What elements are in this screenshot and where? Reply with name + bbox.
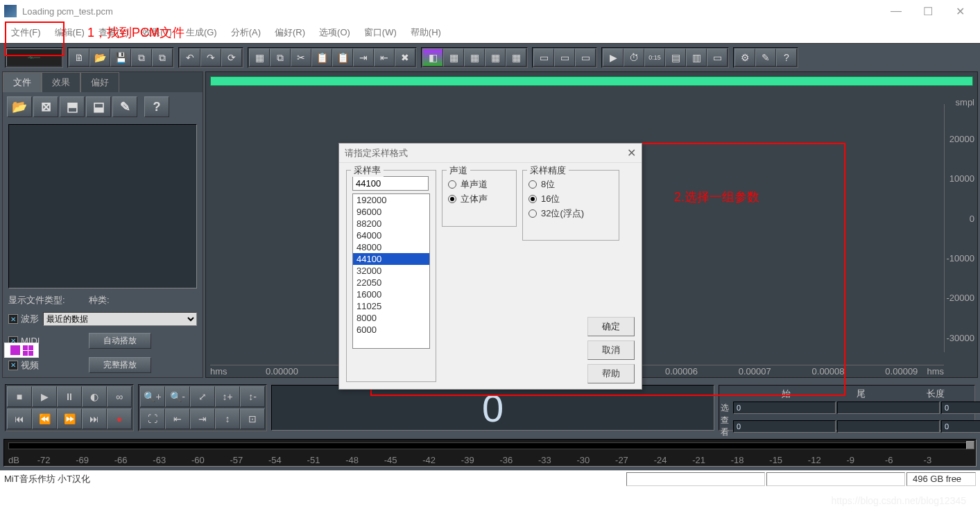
menu-generate[interactable]: 生成(G) bbox=[179, 24, 224, 42]
floating-widget[interactable] bbox=[4, 343, 39, 358]
zoom-sel-icon[interactable]: ⤢ bbox=[190, 386, 215, 407]
zoom-out-v-icon[interactable]: ↕- bbox=[240, 386, 265, 407]
radio-mono[interactable]: 单声道 bbox=[448, 178, 510, 191]
paste-icon[interactable]: 📋 bbox=[311, 49, 332, 67]
rate-option[interactable]: 96000 bbox=[353, 206, 429, 218]
waveform-thumb-icon[interactable] bbox=[6, 49, 62, 67]
radio-32bit[interactable]: 32位(浮点) bbox=[528, 207, 613, 220]
grid2-icon[interactable]: ▦ bbox=[464, 49, 485, 67]
maximize-button[interactable]: ☐ bbox=[912, 1, 944, 21]
window-icon[interactable]: ▭ bbox=[707, 49, 728, 67]
menu-options[interactable]: 选项(O) bbox=[312, 24, 357, 42]
zoom-reset-icon[interactable]: ⊡ bbox=[240, 408, 265, 429]
menu-prefs[interactable]: 偏好(R) bbox=[268, 24, 312, 42]
zoom-in-v-icon[interactable]: ↕+ bbox=[215, 386, 240, 407]
loop-button[interactable]: ∞ bbox=[107, 386, 132, 407]
view-end-input[interactable] bbox=[837, 420, 940, 433]
help-button[interactable]: 帮助 bbox=[587, 364, 635, 383]
save-multi-icon[interactable]: ⧉ bbox=[131, 49, 152, 67]
overview-bar[interactable] bbox=[210, 76, 973, 86]
view2-icon[interactable]: ▭ bbox=[554, 49, 575, 67]
rate-option[interactable]: 192000 bbox=[353, 194, 429, 206]
delete-icon[interactable]: ✖ bbox=[395, 49, 415, 67]
forward-button[interactable]: ⏩ bbox=[57, 408, 82, 429]
sample-rate-input[interactable] bbox=[352, 176, 429, 191]
grid3-icon[interactable]: ▦ bbox=[485, 49, 506, 67]
properties-icon[interactable]: ▦ bbox=[249, 49, 270, 67]
menu-help[interactable]: 帮助(H) bbox=[404, 24, 448, 42]
rate-option[interactable]: 11025 bbox=[353, 300, 429, 312]
recent-select[interactable]: 最近的数据 bbox=[43, 312, 197, 326]
save-sel-icon[interactable]: ⧉ bbox=[152, 49, 173, 67]
menu-window[interactable]: 窗口(W) bbox=[357, 24, 404, 42]
cut-icon[interactable]: ✂ bbox=[291, 49, 311, 67]
radio-16bit[interactable]: 16位 bbox=[528, 193, 613, 205]
db-handle-icon[interactable] bbox=[966, 441, 974, 449]
new-file-icon[interactable]: 🗎 bbox=[69, 49, 89, 67]
view-start-input[interactable] bbox=[733, 420, 836, 433]
radio-8bit[interactable]: 8位 bbox=[528, 178, 613, 191]
side-help-icon[interactable]: ? bbox=[144, 96, 169, 117]
menu-file[interactable]: 文件(F) bbox=[4, 24, 48, 42]
rate-option[interactable]: 32000 bbox=[353, 265, 429, 277]
side-tab-prefs[interactable]: 偏好 bbox=[80, 72, 119, 92]
rate-option[interactable]: 88200 bbox=[353, 218, 429, 230]
play-sel-button[interactable]: ◐ bbox=[82, 386, 107, 407]
zoom-in-h-icon[interactable]: 🔍+ bbox=[140, 386, 165, 407]
side-edit-icon[interactable]: ✎ bbox=[112, 96, 137, 117]
duration-icon[interactable]: 0:15 bbox=[644, 49, 665, 67]
zoom-reset-v-icon[interactable]: ↕ bbox=[215, 408, 240, 429]
script-icon[interactable]: ✎ bbox=[755, 49, 776, 67]
sel-end-input[interactable] bbox=[837, 401, 940, 414]
repeat-icon[interactable]: ⟳ bbox=[221, 49, 242, 67]
timer-icon[interactable]: ⏱ bbox=[624, 49, 644, 67]
play-button[interactable]: ▶ bbox=[32, 386, 57, 407]
rewind-button[interactable]: ⏪ bbox=[32, 408, 57, 429]
dialog-close-icon[interactable]: ✕ bbox=[627, 146, 636, 159]
redo-icon[interactable]: ↷ bbox=[200, 49, 221, 67]
side-tab-effects[interactable]: 效果 bbox=[42, 72, 80, 92]
ok-button[interactable]: 确定 bbox=[587, 317, 635, 336]
sel-start-input[interactable] bbox=[733, 401, 836, 414]
spectral-icon[interactable]: ◧ bbox=[422, 49, 443, 67]
side-insert-icon[interactable]: ⬒ bbox=[60, 96, 85, 117]
play-icon[interactable]: ▶ bbox=[603, 49, 624, 67]
open-file-icon[interactable]: 📂 bbox=[89, 49, 110, 67]
paste-new-icon[interactable]: 📋 bbox=[332, 49, 353, 67]
view1-icon[interactable]: ▭ bbox=[533, 49, 554, 67]
rate-option[interactable]: 44100 bbox=[353, 253, 429, 265]
side-close-icon[interactable]: ⊠ bbox=[33, 96, 58, 117]
zoom-left-icon[interactable]: ⇤ bbox=[165, 408, 190, 429]
help-icon[interactable]: ? bbox=[776, 49, 797, 67]
rate-option[interactable]: 48000 bbox=[353, 241, 429, 253]
bars-icon[interactable]: ▥ bbox=[686, 49, 707, 67]
full-layout-button[interactable]: 完整搭放 bbox=[89, 357, 151, 373]
trim-icon[interactable]: ⇥ bbox=[353, 49, 374, 67]
copy-icon[interactable]: ⧉ bbox=[270, 49, 291, 67]
zoom-out-h-icon[interactable]: 🔍- bbox=[165, 386, 190, 407]
record-button[interactable]: ● bbox=[107, 408, 132, 429]
minimize-button[interactable]: — bbox=[880, 1, 912, 21]
meter-icon[interactable]: ▤ bbox=[665, 49, 686, 67]
menu-edit[interactable]: 编辑(E) bbox=[48, 24, 92, 42]
pause-button[interactable]: ⏸ bbox=[57, 386, 82, 407]
side-append-icon[interactable]: ⬓ bbox=[86, 96, 111, 117]
auto-layout-button[interactable]: 自动搭放 bbox=[89, 333, 151, 349]
sel-len-input[interactable] bbox=[941, 401, 980, 414]
zoom-right-icon[interactable]: ⇥ bbox=[190, 408, 215, 429]
goto-end-button[interactable]: ⏭ bbox=[82, 408, 107, 429]
rate-option[interactable]: 6000 bbox=[353, 324, 429, 336]
grid1-icon[interactable]: ▦ bbox=[443, 49, 464, 67]
chk-wave[interactable]: ✕波形 bbox=[8, 313, 39, 325]
rate-option[interactable]: 8000 bbox=[353, 312, 429, 324]
sample-rate-list[interactable]: 1920009600088200640004800044100320002205… bbox=[352, 193, 430, 349]
rate-option[interactable]: 22050 bbox=[353, 277, 429, 288]
settings-icon[interactable]: ⚙ bbox=[734, 49, 755, 67]
side-tab-files[interactable]: 文件 bbox=[3, 72, 42, 92]
crop-icon[interactable]: ⇤ bbox=[374, 49, 395, 67]
menu-analyze[interactable]: 分析(A) bbox=[224, 24, 268, 42]
save-icon[interactable]: 💾 bbox=[110, 49, 131, 67]
view3-icon[interactable]: ▭ bbox=[575, 49, 596, 67]
file-list[interactable] bbox=[8, 124, 197, 288]
grid4-icon[interactable]: ▦ bbox=[506, 49, 526, 67]
